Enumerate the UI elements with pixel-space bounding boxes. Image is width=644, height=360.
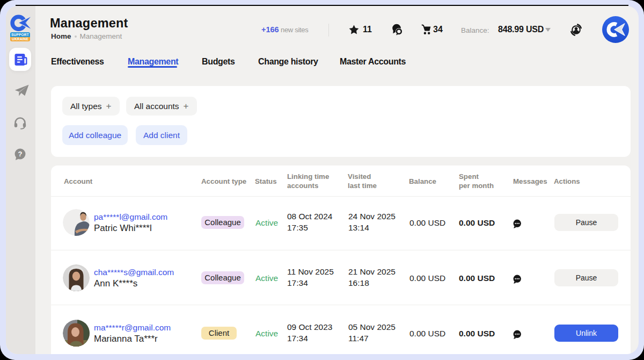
svg-text:?: ?	[18, 150, 23, 158]
